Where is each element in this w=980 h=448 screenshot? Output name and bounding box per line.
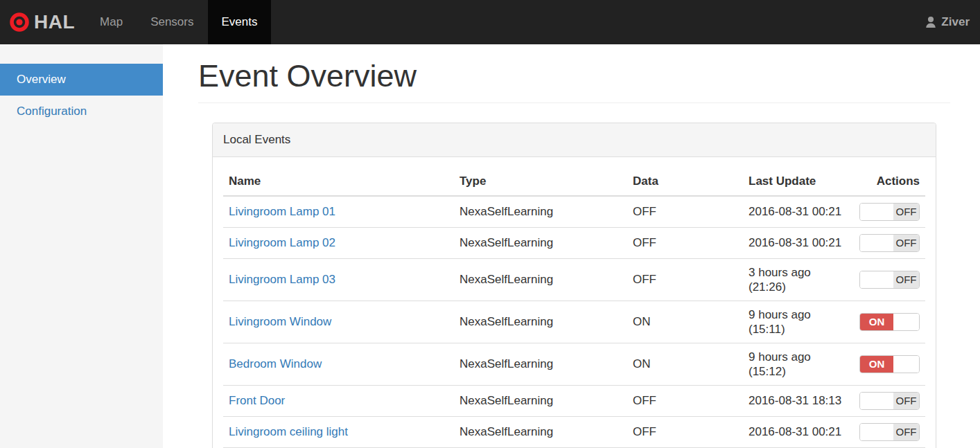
events-table: Name Type Data Last Update Actions Livin… <box>223 168 925 448</box>
sidebar-item-overview[interactable]: Overview <box>0 64 163 96</box>
event-type: NexaSelfLearning <box>454 416 627 447</box>
hal-logo-icon <box>10 12 29 32</box>
event-data-value: ON <box>627 343 743 385</box>
toggle-knob <box>893 356 919 373</box>
event-last-update: 2016-08-31 00:21 <box>743 196 854 228</box>
event-name-link[interactable]: Front Door <box>229 394 285 407</box>
column-header-actions: Actions <box>854 168 925 196</box>
toggle-switch[interactable]: OFF <box>859 392 920 410</box>
toggle-state-label: OFF <box>893 393 919 409</box>
event-type: NexaSelfLearning <box>454 258 627 301</box>
event-last-update: 9 hours ago (15:11) <box>743 301 854 343</box>
event-type: NexaSelfLearning <box>454 343 627 385</box>
toggle-state-label: OFF <box>893 204 919 220</box>
toggle-knob <box>893 314 919 330</box>
table-row: Bedroom Window NexaSelfLearning ON 9 hou… <box>223 343 925 385</box>
main-nav: Map Sensors Events <box>86 0 271 44</box>
table-row: Livingroom ceiling light NexaSelfLearnin… <box>223 416 925 447</box>
user-menu[interactable]: Ziver <box>925 0 980 44</box>
page-title: Event Overview <box>198 59 950 103</box>
table-row: Livingroom Window NexaSelfLearning ON 9 … <box>223 301 925 343</box>
table-header-row: Name Type Data Last Update Actions <box>223 168 925 196</box>
table-row: Livingroom Lamp 03 NexaSelfLearning OFF … <box>223 258 925 301</box>
event-name-link[interactable]: Livingroom Lamp 02 <box>229 236 335 249</box>
event-data-value: OFF <box>627 196 743 228</box>
event-data-value: OFF <box>627 227 743 258</box>
nav-item-sensors[interactable]: Sensors <box>137 0 207 44</box>
event-type: NexaSelfLearning <box>454 227 627 258</box>
toggle-knob <box>860 393 893 409</box>
toggle-knob <box>860 204 893 220</box>
event-name-link[interactable]: Bedroom Window <box>229 357 322 370</box>
event-data-value: OFF <box>627 258 743 301</box>
event-name-link[interactable]: Livingroom Lamp 03 <box>229 273 335 286</box>
toggle-knob <box>860 271 893 288</box>
event-last-update: 2016-08-31 18:13 <box>743 385 854 416</box>
panel-title: Local Events <box>213 123 936 157</box>
event-data-value: OFF <box>627 416 743 447</box>
table-row: Livingroom Lamp 02 NexaSelfLearning OFF … <box>223 227 925 258</box>
toggle-state-label: ON <box>860 356 893 373</box>
user-name: Ziver <box>941 15 970 29</box>
event-last-update: 3 hours ago (21:26) <box>743 258 854 301</box>
event-data-value: ON <box>627 301 743 343</box>
user-icon <box>925 16 937 28</box>
nav-item-events[interactable]: Events <box>208 0 272 44</box>
table-row: Livingroom Lamp 01 NexaSelfLearning OFF … <box>223 196 925 228</box>
event-last-update: 2016-08-31 00:21 <box>743 416 854 447</box>
toggle-switch[interactable]: ON <box>859 355 920 373</box>
sidebar-item-configuration[interactable]: Configuration <box>0 96 163 127</box>
toggle-switch[interactable]: OFF <box>859 203 920 221</box>
brand-label: HAL <box>34 11 75 33</box>
event-last-update: 2016-08-31 00:21 <box>743 227 854 258</box>
events-table-body: Livingroom Lamp 01 NexaSelfLearning OFF … <box>223 196 925 448</box>
toggle-switch[interactable]: OFF <box>859 234 920 252</box>
toggle-switch[interactable]: OFF <box>859 271 920 289</box>
toggle-switch[interactable]: ON <box>859 313 920 331</box>
event-last-update: 9 hours ago (15:12) <box>743 343 854 385</box>
toggle-knob <box>860 235 893 251</box>
event-type: NexaSelfLearning <box>454 385 627 416</box>
main-content: Event Overview Local Events Name Type Da… <box>163 59 980 448</box>
top-navbar: HAL Map Sensors Events Ziver <box>0 0 980 44</box>
nav-item-map[interactable]: Map <box>86 0 137 44</box>
event-type: NexaSelfLearning <box>454 301 627 343</box>
toggle-state-label: OFF <box>893 235 919 251</box>
column-header-type: Type <box>454 168 627 196</box>
event-name-link[interactable]: Livingroom Lamp 01 <box>229 205 335 218</box>
event-type: NexaSelfLearning <box>454 196 627 228</box>
toggle-state-label: OFF <box>893 424 919 440</box>
toggle-state-label: ON <box>860 314 893 330</box>
column-header-data: Data <box>627 168 743 196</box>
event-name-link[interactable]: Livingroom ceiling light <box>229 425 348 438</box>
toggle-knob <box>860 424 893 440</box>
table-row: Front Door NexaSelfLearning OFF 2016-08-… <box>223 385 925 416</box>
toggle-switch[interactable]: OFF <box>859 423 920 441</box>
event-data-value: OFF <box>627 385 743 416</box>
toggle-state-label: OFF <box>893 271 919 288</box>
panel-body: Name Type Data Last Update Actions Livin… <box>213 157 936 448</box>
column-header-last-update: Last Update <box>743 168 854 196</box>
local-events-panel: Local Events Name Type Data Last Update … <box>212 123 936 448</box>
brand[interactable]: HAL <box>0 0 86 44</box>
event-name-link[interactable]: Livingroom Window <box>229 315 331 328</box>
column-header-name: Name <box>223 168 454 196</box>
sidebar: Overview Configuration <box>0 44 163 448</box>
